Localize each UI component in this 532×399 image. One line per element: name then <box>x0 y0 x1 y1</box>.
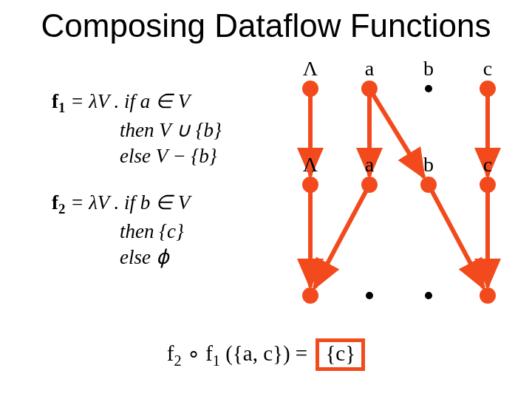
f1-line1: f1 = λV . if a ∈ V <box>52 89 222 117</box>
flow-arrow <box>372 92 423 176</box>
f1-symbol: f <box>205 341 213 365</box>
flow-arrow <box>431 188 483 286</box>
col-label-r1-2: b <box>423 153 434 176</box>
node-black <box>366 292 373 299</box>
col-label-r1-0: Λ <box>303 153 318 176</box>
node-red <box>480 177 496 193</box>
compose-op: ∘ <box>182 341 206 365</box>
formula-block: f1 = λV . if a ∈ V then V ∪ {b} else V −… <box>52 89 222 270</box>
f2-name: f <box>52 191 58 214</box>
f2-subscript: 2 <box>174 352 181 369</box>
col-label-r0-1: a <box>365 57 375 80</box>
args-text: ({a, c}) = <box>220 341 313 365</box>
result-box: {c} <box>316 338 365 371</box>
f1-else: else V − {b} <box>52 143 222 169</box>
f2-then: then {c} <box>52 219 222 245</box>
col-label-r1-3: c <box>483 153 492 176</box>
f2-line1: f2 = λV . if b ∈ V <box>52 190 222 219</box>
col-label-r0-2: b <box>423 57 434 80</box>
flow-arrow <box>316 188 368 286</box>
f2-else: else ϕ <box>52 245 222 270</box>
lattice-graph: ΛabcΛabc <box>288 59 525 340</box>
node-red <box>480 81 496 97</box>
node-black <box>425 85 432 92</box>
f1-eq: = λV . if a ∈ V <box>65 90 190 112</box>
f1-subscript: 1 <box>213 352 220 369</box>
node-red <box>302 177 318 193</box>
node-red <box>480 287 496 304</box>
col-label-r0-3: c <box>483 57 492 80</box>
composed-result: f2 ∘ f1 ({a, c}) = {c} <box>0 338 532 371</box>
node-red <box>302 81 318 97</box>
slide-title: Composing Dataflow Functions <box>0 7 532 44</box>
col-label-r0-0: Λ <box>303 57 318 80</box>
f1-name: f <box>52 90 58 112</box>
node-red <box>302 287 318 304</box>
f2-eq: = λV . if b ∈ V <box>65 191 190 214</box>
f1-then: then V ∪ {b} <box>52 117 222 143</box>
col-label-r1-1: a <box>365 153 375 176</box>
node-black <box>425 292 432 299</box>
node-red <box>361 177 378 193</box>
node-red <box>361 81 378 97</box>
node-red <box>420 177 437 193</box>
